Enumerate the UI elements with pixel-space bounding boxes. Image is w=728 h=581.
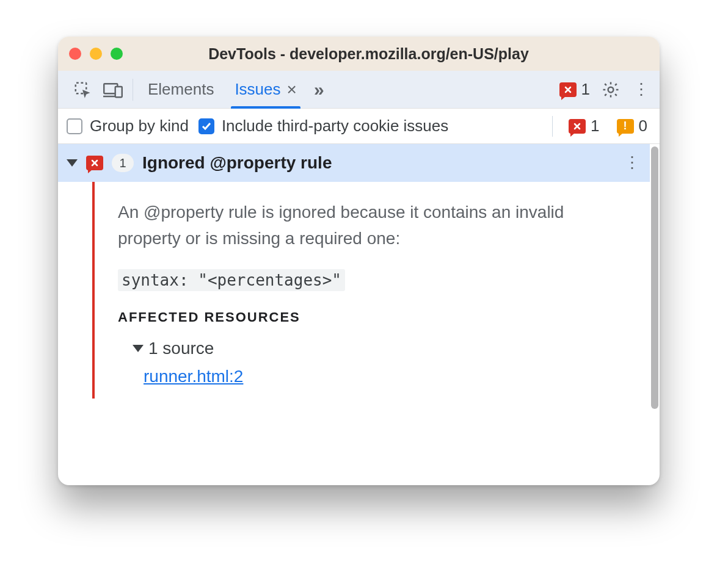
affected-resources-heading: AFFECTED RESOURCES (118, 309, 628, 325)
issue-title: Ignored @property rule (142, 153, 614, 173)
include-third-party-checkbox[interactable]: Include third-party cookie issues (198, 117, 448, 135)
svg-point-4 (608, 87, 614, 92)
checkbox-checked-icon (198, 118, 214, 134)
issues-content: 1 Ignored @property rule ⋮ An @property … (58, 144, 660, 485)
checkbox-label: Include third-party cookie issues (222, 117, 448, 135)
error-icon (569, 119, 586, 134)
devtools-window: DevTools - developer.mozilla.org/en-US/p… (58, 37, 660, 485)
vertical-scrollbar[interactable] (650, 144, 660, 485)
svg-rect-3 (115, 87, 122, 97)
divider (133, 79, 133, 101)
more-tabs-icon[interactable]: » (309, 79, 327, 100)
tab-issues[interactable]: Issues × (226, 71, 305, 109)
tab-elements[interactable]: Elements (139, 71, 222, 109)
divider (552, 116, 553, 137)
titlebar: DevTools - developer.mozilla.org/en-US/p… (58, 37, 660, 71)
checkbox-icon (67, 118, 82, 134)
tab-label: Issues (235, 80, 280, 99)
device-toolbar-icon[interactable] (100, 76, 126, 103)
more-menu-icon[interactable]: ⋮ (628, 76, 655, 103)
disclosure-triangle-icon[interactable] (67, 159, 78, 167)
error-icon (559, 82, 577, 97)
issue-header-row[interactable]: 1 Ignored @property rule ⋮ (58, 144, 650, 182)
warning-count: 0 (639, 117, 647, 135)
error-icon (86, 156, 103, 170)
issue-more-menu-icon[interactable]: ⋮ (622, 153, 641, 173)
options-errors-chip[interactable]: 1 (565, 117, 603, 135)
checkbox-label: Group by kind (90, 117, 189, 135)
inspect-element-icon[interactable] (69, 76, 96, 103)
traffic-light-close-icon[interactable] (69, 48, 81, 60)
disclosure-triangle-icon (133, 345, 144, 352)
settings-icon[interactable] (597, 76, 624, 103)
issue-count-badge: 1 (112, 154, 134, 172)
warning-icon: ! (617, 119, 634, 134)
issue-description: An @property rule is ignored because it … (118, 199, 628, 252)
close-icon[interactable]: × (287, 81, 297, 98)
affected-source-toggle[interactable]: 1 source (133, 339, 628, 358)
group-by-kind-checkbox[interactable]: Group by kind (67, 117, 189, 135)
devtools-tabbar: Elements Issues × » 1 ⋮ (58, 71, 660, 109)
source-link-anchor[interactable]: runner.html:2 (144, 367, 243, 386)
scrollbar-thumb[interactable] (651, 146, 658, 409)
error-count: 1 (591, 117, 599, 135)
window-title: DevTools - developer.mozilla.org/en-US/p… (89, 45, 649, 63)
issue-code-snippet: syntax: "<percentages>" (118, 269, 345, 291)
source-count-label: 1 source (148, 339, 214, 358)
tab-label: Elements (148, 80, 214, 99)
error-count: 1 (581, 80, 590, 99)
toolbar-errors-chip[interactable]: 1 (556, 80, 594, 99)
source-link[interactable]: runner.html:2 (144, 367, 628, 386)
issues-options-bar: Group by kind Include third-party cookie… (58, 109, 660, 144)
options-warnings-chip[interactable]: ! 0 (613, 117, 651, 135)
issue-body: An @property rule is ignored because it … (58, 182, 650, 399)
